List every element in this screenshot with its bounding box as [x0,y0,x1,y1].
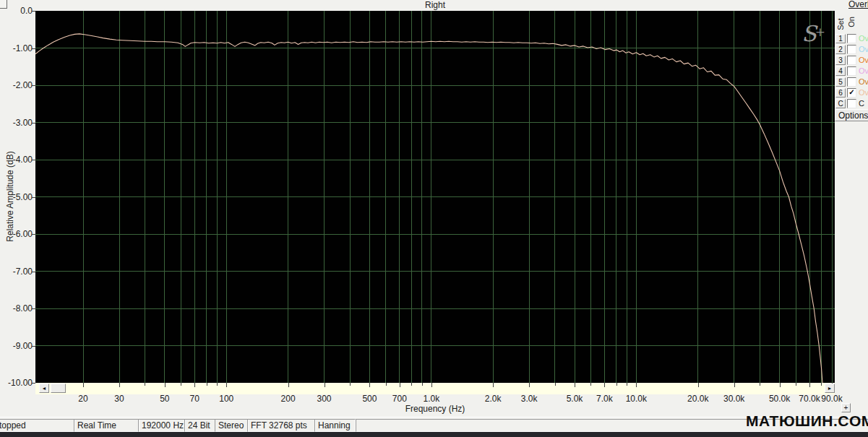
x-tick [119,383,120,387]
x-tick [350,383,351,386]
overlay-set-button-5[interactable]: 5 [835,77,846,87]
x-tick [796,383,796,386]
x-tick [636,383,637,387]
x-tick-label: 1.0k [423,394,439,404]
y-tick-label: -8.00 [0,303,33,313]
x-tick [529,383,530,387]
overlay-on-checkbox-5[interactable] [847,77,856,87]
status-cell-6: Hanning [314,419,356,432]
x-tick-label: 70 [190,394,199,404]
x-axis-title: Frequency (Hz) [35,404,835,414]
x-tick-label: 7.0k [596,394,613,404]
x-tick [369,383,370,387]
overlays-link[interactable]: Overlays [848,0,868,9]
y-tick [32,346,35,347]
x-tick [386,383,387,386]
x-tick [431,383,432,387]
plot-area[interactable]: S+ [35,11,835,383]
x-tick-label: 30.0k [723,394,744,404]
x-tick-label: 90.0k [821,394,842,404]
logo-plus-glyph: + [815,25,825,39]
frequency-response-chart [35,11,835,383]
x-tick-label: 100 [219,394,233,404]
overlay-set-button-4[interactable]: 4 [835,66,846,76]
x-tick [194,383,195,387]
overlay-set-button-6[interactable]: 6 [835,88,846,98]
overlay-on-checkbox-3[interactable] [847,56,856,65]
y-tick-label: -9.00 [0,341,33,351]
watermark: МАТЮШИН.COM [746,412,868,430]
x-tick [83,383,84,387]
y-tick-label: -10.00 [0,378,33,388]
logo-s-glyph: S [802,21,817,46]
x-tick [288,383,289,387]
x-tick [780,383,781,387]
scroll-left-button[interactable]: ◄ [39,384,49,393]
y-tick-label: -3.00 [0,118,33,128]
x-tick [493,383,494,387]
x-tick-label: 70.0k [799,394,820,404]
x-tick-label: 20 [78,394,87,404]
y-tick [32,234,35,235]
x-tick [734,383,735,387]
overlay-on-checkbox-2[interactable] [847,45,856,54]
x-tick [400,383,400,387]
overlay-on-checkbox-6[interactable]: ✓ [847,88,856,98]
overlay-on-checkbox-4[interactable] [847,66,856,76]
y-tick [32,123,35,124]
spectrum-analyzer-window: Right S+ Relative Amplitude (dB) 0.0-1.0… [0,0,868,437]
x-tick-label: 200 [281,394,296,404]
options-button[interactable]: Options [835,109,868,121]
x-tick [555,383,556,386]
status-cell-3: 24 Bit [184,419,215,432]
x-tick-label: 5.0k [567,394,583,404]
y-tick [32,11,35,12]
x-tick-label: 20.0k [687,394,708,404]
x-tick-label: 500 [362,394,377,404]
x-tick [760,383,760,386]
x-tick-label: 2.0k [485,394,502,404]
checkmark-icon: ✓ [848,88,854,96]
x-tick [325,383,325,387]
scroll-right-button[interactable]: ► [825,384,835,393]
x-tick-label: 300 [317,394,332,404]
plus-icon: + [844,404,848,412]
overlay-color-label-C: C [859,99,864,108]
status-cell-5: FFT 32768 pts [247,419,316,432]
overlay-color-label-1: Ov [859,34,868,43]
y-tick-label: 0.0 [0,6,33,16]
x-tick [809,383,810,387]
bottom-edge-strip [0,432,868,437]
plot-title: Right [35,0,835,10]
x-tick [604,383,605,387]
status-cell-0: Stopped [0,419,75,432]
overlay-set-button-C[interactable]: C [835,99,846,108]
set-column-header: Set [836,12,846,37]
spectraplus-logo: S+ [802,21,825,46]
y-tick [32,160,35,160]
x-tick [226,383,227,387]
x-tick-label: 50.0k [769,394,790,404]
scroll-left-icon: ◄ [42,386,47,391]
x-tick [217,383,218,386]
y-tick [32,308,35,309]
zoom-plus-button[interactable]: + [841,403,851,412]
x-tick-label: 10.0k [626,394,647,404]
overlay-on-checkbox-1[interactable] [847,34,856,43]
x-tick [181,383,181,386]
overlay-set-button-1[interactable]: 1 [835,34,846,43]
y-tick [32,197,35,198]
overlay-on-checkbox-C[interactable] [847,99,856,108]
x-tick [145,383,145,386]
y-tick-label: -7.00 [0,267,33,277]
x-tick [422,383,423,386]
x-scrollbar-track[interactable]: ◄ ► [35,383,835,394]
y-tick-label: -2.00 [0,80,33,90]
overlay-set-button-3[interactable]: 3 [835,56,846,65]
scrollbar-thumb[interactable] [51,384,66,393]
x-tick-label: 50 [160,394,169,404]
y-tick [32,48,35,49]
overlay-set-button-2[interactable]: 2 [835,45,846,54]
x-tick [627,383,627,386]
x-tick-label: 3.0k [521,394,538,404]
